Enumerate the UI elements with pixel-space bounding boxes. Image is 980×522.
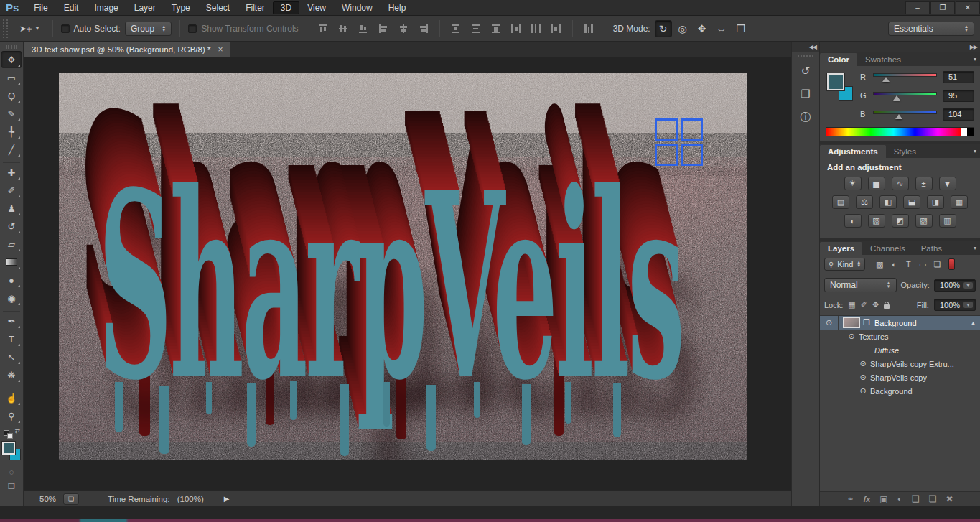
info-panel-button[interactable]: ⓘ (795, 108, 816, 126)
filter-shape-layers[interactable]: ▭ (916, 258, 929, 271)
3d-drag-mode[interactable]: ✥ (694, 20, 711, 37)
gradient-map-adjustment[interactable]: ▧ (915, 214, 933, 228)
tab-paths[interactable]: Paths (913, 242, 950, 255)
menu-window[interactable]: Window (334, 1, 381, 14)
auto-select-checkbox[interactable] (61, 24, 70, 33)
panel-menu-icon[interactable] (974, 146, 977, 154)
menu-layer[interactable]: Layer (126, 1, 164, 14)
healing-brush-tool[interactable]: ✚ (1, 164, 22, 181)
levels-adjustment[interactable]: ▅ (868, 177, 885, 190)
show-transform-controls-checkbox[interactable] (188, 24, 197, 33)
canvas[interactable]: SharpVeils (59, 73, 747, 460)
distribute-bottom-edges-button[interactable] (488, 20, 504, 37)
foreground-swatch[interactable] (2, 442, 15, 455)
zoom-tool[interactable]: ⚲ (1, 407, 22, 424)
blend-mode-dropdown[interactable]: Normal (824, 278, 897, 292)
filter-adjustment-layers[interactable]: ◐ (887, 258, 900, 271)
exposure-adjustment[interactable]: ± (915, 177, 933, 190)
selective-color-adjustment[interactable]: ▥ (939, 214, 956, 228)
tool-button[interactable] (3, 159, 20, 163)
color-balance-adjustment[interactable]: ⚖ (856, 195, 873, 209)
lock-transparency-icon[interactable]: ▦ (848, 300, 855, 309)
tool-button[interactable] (3, 384, 20, 388)
tab-adjustments[interactable]: Adjustments (820, 145, 886, 158)
menu-3d[interactable]: 3D (273, 1, 299, 14)
invert-adjustment[interactable]: ◐ (844, 214, 862, 228)
close-tab-icon[interactable]: × (218, 45, 223, 55)
eye-cell[interactable] (860, 343, 874, 357)
tab-channels[interactable]: Channels (862, 242, 913, 255)
new-adjustment-layer-button[interactable]: ◐ (897, 494, 902, 504)
vibrance-adjustment[interactable]: ▼ (939, 177, 956, 190)
layer-effects-button[interactable]: fx (864, 495, 871, 503)
menu-file[interactable]: File (26, 1, 55, 14)
posterize-adjustment[interactable]: ▨ (868, 214, 885, 228)
collapse-dock-icon[interactable]: ◀◀ (809, 44, 816, 50)
filter-smart-objects[interactable]: ❏ (930, 258, 943, 271)
opacity-field[interactable]: 100% ▼ (934, 279, 976, 292)
align-horizontal-centers-button[interactable] (396, 20, 411, 37)
visibility-eye-icon[interactable]: ⊙ (859, 373, 866, 382)
visibility-eye-icon[interactable]: ⊙ (848, 332, 854, 341)
document-tab[interactable]: 3D text show.psd @ 50% (Background, RGB/… (24, 42, 230, 57)
menu-filter[interactable]: Filter (238, 1, 273, 14)
history-brush-tool[interactable]: ↺ (1, 218, 22, 235)
workspace-switcher-dropdown[interactable]: Essentials (888, 22, 974, 36)
eraser-tool[interactable]: ▱ (1, 236, 22, 253)
quick-mask-button[interactable]: ◌ (3, 465, 20, 479)
eyedropper-tool[interactable]: ╱ (1, 141, 22, 158)
zoom-level[interactable]: 50% (39, 495, 56, 503)
new-group-button[interactable]: ❑ (912, 494, 920, 504)
slider-thumb[interactable] (895, 114, 902, 119)
align-bottom-edges-button[interactable] (355, 20, 371, 37)
lock-paint-icon[interactable]: ✐ (861, 300, 867, 309)
black-white-adjustment[interactable]: ◧ (879, 195, 897, 209)
visibility-eye-icon[interactable]: ⊙ (859, 386, 866, 396)
chevron-down-icon[interactable]: ▼ (963, 302, 973, 308)
layer-row[interactable]: ⊙ SharpVeils copy Extru... (820, 357, 980, 370)
threshold-adjustment[interactable]: ◩ (892, 214, 909, 228)
channel-value-field[interactable]: 51 (943, 71, 974, 83)
tab-styles[interactable]: Styles (886, 145, 924, 158)
auto-select-target-dropdown[interactable]: Group (125, 22, 172, 36)
status-doc-icon[interactable]: ❏ (63, 493, 79, 505)
distribute-left-edges-button[interactable] (508, 20, 524, 37)
distribute-right-edges-button[interactable] (549, 20, 564, 37)
tab-swatches[interactable]: Swatches (857, 53, 909, 66)
layer-row[interactable]: ⊙ SharpVeils copy (820, 370, 980, 384)
quick-selection-tool[interactable]: ✎ (1, 105, 22, 122)
default-swap-colors-icon[interactable]: ⇄ (3, 427, 20, 439)
hand-tool[interactable]: ☝ (1, 389, 22, 406)
visibility-eye-icon[interactable]: ⊙ (826, 318, 832, 327)
move-tool[interactable]: ✥ (1, 51, 22, 68)
curves-adjustment[interactable]: ∿ (892, 177, 909, 190)
layer-row[interactable]: ⊙ Background (820, 384, 980, 398)
slider-thumb[interactable] (882, 77, 890, 82)
history-panel-button[interactable]: ↺ (795, 62, 816, 80)
channel-mixer-adjustment[interactable]: ◨ (927, 195, 944, 209)
photo-filter-adjustment[interactable]: ⬓ (903, 195, 920, 209)
dodge-tool[interactable]: ◉ (1, 289, 22, 307)
path-selection-tool[interactable]: ↖ (1, 348, 22, 365)
brightness-contrast-adjustment[interactable]: ☀ (844, 177, 862, 190)
3d-slide-mode[interactable]: ⇔ (713, 20, 730, 37)
layer-thumbnail[interactable] (843, 317, 860, 328)
filter-type-layers[interactable]: T (902, 258, 915, 271)
expand-panels-icon[interactable]: ▶▶ (970, 44, 977, 50)
menu-help[interactable]: Help (381, 1, 414, 14)
align-vertical-centers-button[interactable] (335, 20, 351, 37)
eye-cell[interactable]: ⊙ (856, 357, 870, 370)
lock-all-icon[interactable] (884, 304, 890, 309)
3d-rotate-mode[interactable]: ↻ (655, 20, 672, 37)
3d-panel-button[interactable]: ❒ (795, 85, 816, 103)
3d-ground-plane-widget[interactable] (655, 118, 703, 166)
channel-value-field[interactable]: 95 (943, 90, 974, 102)
gradient-tool[interactable] (1, 253, 22, 271)
panel-foreground-swatch[interactable] (827, 73, 844, 90)
link-layers-button[interactable]: ⚭ (846, 494, 854, 504)
brush-tool[interactable]: ✐ (1, 182, 22, 199)
eye-cell[interactable]: ⊙ (856, 370, 870, 384)
type-tool[interactable]: T (1, 330, 22, 348)
tab-layers[interactable]: Layers (820, 242, 862, 255)
tools-panel-grip[interactable] (6, 45, 17, 49)
